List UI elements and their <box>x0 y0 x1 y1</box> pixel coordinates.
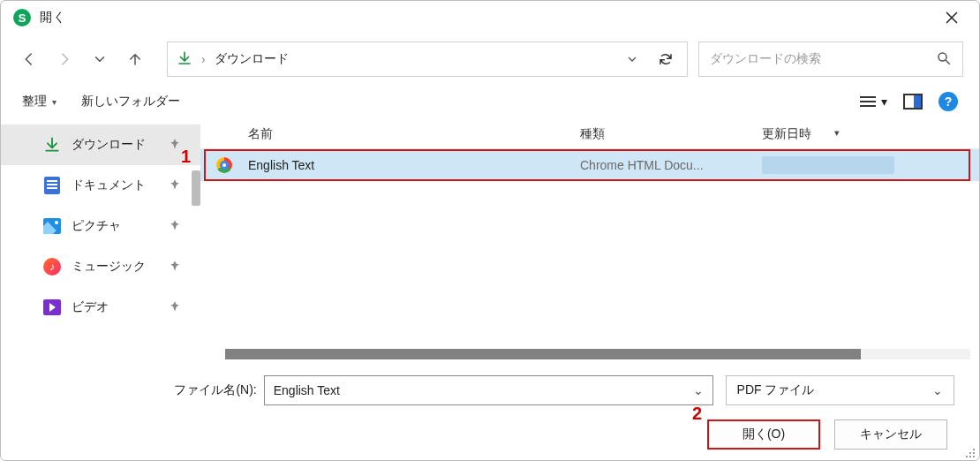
filetype-select[interactable]: PDF ファイル ⌄ <box>726 375 954 405</box>
sidebar-item-label: ダウンロード <box>72 137 146 153</box>
nav-recent-button[interactable] <box>87 47 112 72</box>
column-header[interactable]: 名前 種類 更新日時▾ <box>200 119 979 149</box>
view-mode-button[interactable]: ▾ <box>860 94 887 109</box>
chevron-down-icon[interactable]: ⌄ <box>693 383 704 397</box>
sidebar-item-pictures[interactable]: ピクチャ <box>1 206 200 246</box>
toolbar: 整理▾ 新しいフォルダー ▾ ? <box>1 84 979 119</box>
organize-button[interactable]: 整理▾ <box>22 94 57 110</box>
horizontal-scrollbar[interactable] <box>225 349 970 359</box>
svg-rect-4 <box>966 456 968 457</box>
svg-rect-3 <box>973 452 975 454</box>
main-area: ダウンロード ドキュメント ピクチャ ミュージック ビデオ <box>1 119 979 367</box>
cancel-button[interactable]: キャンセル <box>834 419 947 450</box>
chevron-down-icon: ⌄ <box>932 383 943 397</box>
download-icon <box>43 136 61 154</box>
resize-grip[interactable] <box>964 447 976 459</box>
filename-label: ファイル名(N): <box>160 382 257 398</box>
pin-icon <box>169 138 181 153</box>
filename-value: English Text <box>274 383 340 397</box>
sidebar-item-label: ドキュメント <box>72 178 146 193</box>
breadcrumb-current: ダウンロード <box>215 51 289 67</box>
svg-rect-5 <box>969 456 971 457</box>
preview-pane-button[interactable] <box>903 94 923 110</box>
pin-icon <box>169 178 181 193</box>
help-button[interactable]: ? <box>939 92 958 111</box>
close-button[interactable] <box>931 4 972 32</box>
document-icon <box>43 177 61 194</box>
sidebar-scrollbar[interactable] <box>192 170 200 206</box>
nav-back-button[interactable] <box>17 47 41 72</box>
annotation-2: 2 <box>692 404 702 424</box>
sidebar-item-label: ピクチャ <box>72 218 121 234</box>
pin-icon <box>169 260 181 275</box>
annotation-1: 1 <box>181 147 191 167</box>
svg-rect-2 <box>969 452 971 454</box>
picture-icon <box>43 217 61 235</box>
filetype-value: PDF ファイル <box>737 382 815 398</box>
search-box[interactable]: ダウンロードの検索 <box>698 42 963 77</box>
file-date <box>762 156 894 174</box>
pin-icon <box>169 219 181 234</box>
file-type: Chrome HTML Docu... <box>580 158 762 172</box>
file-list: 名前 種類 更新日時▾ 1 English Text Chrome HTML D… <box>200 119 979 367</box>
file-name: English Text <box>248 158 580 172</box>
bottom-panel: ファイル名(N): English Text ⌄ PDF ファイル ⌄ 2 開く… <box>1 367 979 460</box>
address-dropdown-button[interactable] <box>620 52 645 66</box>
svg-point-0 <box>939 53 946 61</box>
sidebar: ダウンロード ドキュメント ピクチャ ミュージック ビデオ <box>1 119 200 367</box>
sidebar-item-downloads[interactable]: ダウンロード <box>1 125 200 165</box>
breadcrumb-separator-icon: › <box>201 52 206 66</box>
sidebar-item-documents[interactable]: ドキュメント <box>1 165 200 206</box>
sidebar-item-label: ミュージック <box>72 259 146 275</box>
column-type[interactable]: 種類 <box>580 126 762 142</box>
nav-forward-button[interactable] <box>52 47 77 72</box>
video-icon <box>43 299 61 316</box>
window-title: 開く <box>40 10 66 26</box>
sidebar-item-label: ビデオ <box>72 299 109 315</box>
address-bar[interactable]: › ダウンロード <box>167 42 688 77</box>
pin-icon <box>169 300 181 315</box>
sidebar-item-music[interactable]: ミュージック <box>1 246 200 287</box>
nav-up-button[interactable] <box>123 47 147 72</box>
filename-input[interactable]: English Text ⌄ <box>264 375 713 405</box>
app-icon: S <box>13 9 31 26</box>
search-icon <box>936 50 952 69</box>
titlebar: S 開く <box>1 1 979 34</box>
open-file-dialog: S 開く › ダウンロード ダウンロードの検索 整理▾ <box>0 0 980 461</box>
sort-desc-icon: ▾ <box>834 127 840 139</box>
column-name[interactable]: 名前 <box>200 126 580 142</box>
new-folder-button[interactable]: 新しいフォルダー <box>81 94 180 110</box>
svg-rect-6 <box>973 456 975 457</box>
search-placeholder: ダウンロードの検索 <box>710 51 936 67</box>
sidebar-item-videos[interactable]: ビデオ <box>1 287 200 328</box>
nav-row: › ダウンロード ダウンロードの検索 <box>1 34 979 84</box>
music-icon <box>43 258 61 276</box>
column-date[interactable]: 更新日時▾ <box>762 126 894 142</box>
list-view-icon <box>860 96 876 107</box>
chevron-down-icon: ▾ <box>52 97 57 107</box>
file-row[interactable]: English Text Chrome HTML Docu... <box>200 149 979 181</box>
download-icon <box>177 50 192 69</box>
open-button[interactable]: 開く(O) <box>707 419 820 450</box>
chevron-down-icon: ▾ <box>881 94 887 109</box>
refresh-button[interactable] <box>653 51 678 67</box>
chrome-file-icon <box>200 156 248 174</box>
svg-rect-1 <box>973 449 975 450</box>
